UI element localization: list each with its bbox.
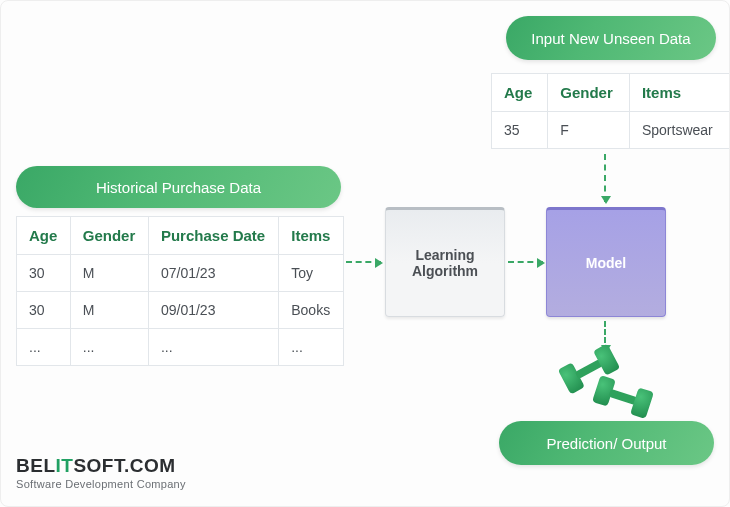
input-data-pill: Input New Unseen Data bbox=[506, 16, 716, 60]
input-data-pill-label: Input New Unseen Data bbox=[531, 30, 690, 47]
col-items: Items bbox=[629, 74, 730, 112]
col-gender: Gender bbox=[548, 74, 630, 112]
col-gender: Gender bbox=[70, 217, 148, 255]
dumbbells-icon bbox=[551, 346, 661, 426]
table-row: ... ... ... ... bbox=[17, 329, 344, 366]
table-row: 35 F Sportswear bbox=[492, 112, 731, 149]
historical-data-pill: Historical Purchase Data bbox=[16, 166, 341, 208]
model-label: Model bbox=[586, 255, 626, 271]
historical-data-table: Age Gender Purchase Date Items 30 M 07/0… bbox=[16, 216, 344, 366]
table-row: 30 M 07/01/23 Toy bbox=[17, 255, 344, 292]
table-header-row: Age Gender Purchase Date Items bbox=[17, 217, 344, 255]
table-row: 30 M 09/01/23 Books bbox=[17, 292, 344, 329]
prediction-output-pill: Prediction/ Output bbox=[499, 421, 714, 465]
belitsoft-logo: BELITSOFT.COM Software Development Compa… bbox=[16, 455, 186, 490]
input-data-table: Age Gender Items 35 F Sportswear bbox=[491, 73, 730, 149]
logo-subtitle: Software Development Company bbox=[16, 478, 186, 490]
arrow-algo-to-model bbox=[508, 261, 543, 263]
col-age: Age bbox=[492, 74, 548, 112]
learning-algorithm-label: Learning Algorithm bbox=[386, 247, 504, 279]
logo-brand: BELITSOFT.COM bbox=[16, 455, 186, 477]
prediction-output-label: Prediction/ Output bbox=[546, 435, 666, 452]
col-items: Items bbox=[279, 217, 344, 255]
arrow-historical-to-algo bbox=[346, 261, 381, 263]
model-box: Model bbox=[546, 207, 666, 317]
learning-algorithm-box: Learning Algorithm bbox=[385, 207, 505, 317]
table-header-row: Age Gender Items bbox=[492, 74, 731, 112]
arrow-input-to-model bbox=[604, 154, 606, 202]
historical-data-pill-label: Historical Purchase Data bbox=[96, 179, 261, 196]
col-age: Age bbox=[17, 217, 71, 255]
col-purchase-date: Purchase Date bbox=[148, 217, 278, 255]
